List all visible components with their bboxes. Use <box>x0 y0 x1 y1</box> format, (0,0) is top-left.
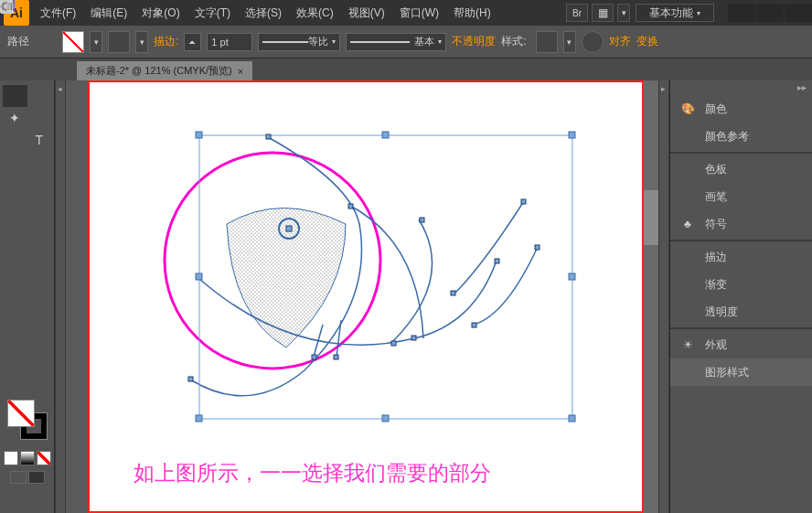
color-swatches[interactable] <box>7 400 48 440</box>
panel-transparency[interactable]: 透明度 <box>670 298 812 326</box>
free-transform-tool[interactable] <box>27 239 52 261</box>
symbol-sprayer-tool[interactable] <box>3 326 27 348</box>
path-label: 路径 <box>7 34 29 49</box>
fill-swatch[interactable] <box>62 31 84 53</box>
gradient-mode-btn[interactable] <box>20 451 35 465</box>
type-tool[interactable]: T <box>27 129 52 151</box>
transform-label[interactable]: 变换 <box>636 34 658 49</box>
style-label: 样式: <box>501 34 526 49</box>
panel-dock: ▸▸ 🎨 颜色 颜色参考 色板 画笔 ♣ 符号 描边 渐变 <box>669 80 812 513</box>
panel-symbols[interactable]: ♣ 符号 <box>670 210 812 238</box>
dropdown-icon[interactable]: ▾ <box>617 4 630 22</box>
panel-graphic-styles[interactable]: 图形样式 <box>670 358 812 386</box>
blend-tool[interactable] <box>27 305 52 326</box>
toolbox-collapse-strip[interactable]: ◂ <box>55 80 66 513</box>
panel-swatches[interactable]: 色板 <box>670 155 812 183</box>
stroke-weight-input[interactable]: ⏶ <box>184 33 201 51</box>
pencil-tool[interactable] <box>27 173 52 195</box>
width-tool[interactable] <box>3 239 27 261</box>
align-label[interactable]: 对齐 <box>609 34 631 49</box>
workspace-switcher[interactable]: 基本功能▾ <box>636 4 714 22</box>
club-icon: ♣ <box>679 216 696 232</box>
slice-tool[interactable] <box>27 348 52 370</box>
close-button[interactable] <box>785 4 812 22</box>
mesh-tool[interactable] <box>3 283 27 305</box>
palette-icon: 🎨 <box>679 101 696 117</box>
perspective-tool[interactable] <box>27 261 52 283</box>
doc-icon <box>679 364 696 380</box>
screen-mode-full[interactable] <box>28 471 45 484</box>
none-mode-btn[interactable] <box>37 451 51 465</box>
menu-type[interactable]: 文字(T) <box>187 5 238 21</box>
lasso-tool[interactable] <box>27 107 52 129</box>
svg-rect-46 <box>382 415 389 422</box>
arrange-icon[interactable]: ▦ <box>592 4 614 22</box>
vertical-scrollbar[interactable] <box>644 80 658 513</box>
fill-swatch-tool[interactable] <box>7 400 35 427</box>
style-dropdown-arrow[interactable]: ▾ <box>563 31 576 53</box>
svg-rect-43 <box>196 273 202 280</box>
canvas[interactable]: 如上图所示，一一选择我们需要的部分 <box>66 80 658 513</box>
minimize-button[interactable] <box>728 4 755 22</box>
svg-rect-44 <box>569 273 575 280</box>
fill-dropdown[interactable]: ▾ <box>90 31 102 53</box>
panel-collapse-strip[interactable]: ▸ <box>658 80 669 513</box>
direct-selection-tool[interactable] <box>27 85 52 107</box>
blob-brush-tool[interactable] <box>3 195 27 217</box>
svg-rect-49 <box>348 204 353 208</box>
menu-window[interactable]: 窗口(W) <box>392 5 446 21</box>
stroke-label[interactable]: 描边: <box>154 34 178 49</box>
swatches-ref-icon <box>679 128 696 144</box>
shape-builder-tool[interactable] <box>3 261 27 283</box>
ellipse-tool[interactable] <box>27 151 52 173</box>
menu-effect[interactable]: 效果(C) <box>289 5 341 21</box>
screen-mode-normal[interactable] <box>10 471 27 484</box>
svg-rect-59 <box>451 291 455 295</box>
magic-wand-tool[interactable]: ✦ <box>3 107 27 129</box>
panel-color[interactable]: 🎨 颜色 <box>670 95 812 123</box>
recolor-icon[interactable] <box>582 31 604 53</box>
panel-stroke[interactable]: 描边 <box>670 243 812 271</box>
menu-object[interactable]: 对象(O) <box>134 5 187 21</box>
grid-icon <box>679 161 696 177</box>
tab-close-icon[interactable]: × <box>238 66 243 77</box>
maximize-button[interactable] <box>756 4 784 22</box>
stroke-box-dropdown[interactable]: ▾ <box>135 31 148 53</box>
menu-file[interactable]: 文件(F) <box>33 5 83 21</box>
gradient-tool[interactable] <box>27 283 52 305</box>
panel-color-guide[interactable]: 颜色参考 <box>670 123 812 150</box>
line-tool[interactable] <box>3 151 27 173</box>
panel-gradient[interactable]: 渐变 <box>670 271 812 298</box>
panel-collapse-icon[interactable]: ▸▸ <box>797 82 807 93</box>
stroke-box-icon[interactable] <box>108 31 130 53</box>
opacity-label[interactable]: 不透明度 <box>452 34 496 49</box>
svg-rect-58 <box>391 341 396 346</box>
document-tab[interactable]: 未标题-2* @ 121% (CMYK/预览) × <box>77 61 252 80</box>
paintbrush-tool[interactable] <box>3 173 27 195</box>
svg-rect-57 <box>334 355 338 359</box>
graph-tool[interactable] <box>27 326 52 348</box>
svg-rect-53 <box>495 259 499 263</box>
panel-appearance[interactable]: ☀ 外观 <box>670 331 812 358</box>
eraser-tool[interactable] <box>27 195 52 217</box>
panel-brushes[interactable]: 画笔 <box>670 183 812 210</box>
hand-tool[interactable] <box>3 370 27 392</box>
pen-tool[interactable] <box>3 129 27 151</box>
selection-tool[interactable] <box>3 85 27 107</box>
rotate-tool[interactable] <box>3 217 27 239</box>
profile-dropdown[interactable]: 等比▾ <box>258 33 340 51</box>
menu-help[interactable]: 帮助(H) <box>446 5 498 21</box>
scale-tool[interactable] <box>27 217 52 239</box>
bridge-icon[interactable]: Br <box>566 4 588 22</box>
color-mode-btn[interactable] <box>4 451 18 465</box>
style-dropdown[interactable] <box>536 31 558 53</box>
eyedropper-tool[interactable] <box>3 305 27 326</box>
zoom-tool[interactable] <box>27 370 52 392</box>
brush-dropdown[interactable]: 基本▾ <box>346 33 446 51</box>
svg-rect-45 <box>196 415 202 422</box>
menu-view[interactable]: 视图(V) <box>341 5 392 21</box>
artboard-tool[interactable] <box>3 348 27 370</box>
menu-select[interactable]: 选择(S) <box>238 5 289 21</box>
stroke-weight-field[interactable] <box>207 33 252 51</box>
menu-edit[interactable]: 编辑(E) <box>83 5 134 21</box>
